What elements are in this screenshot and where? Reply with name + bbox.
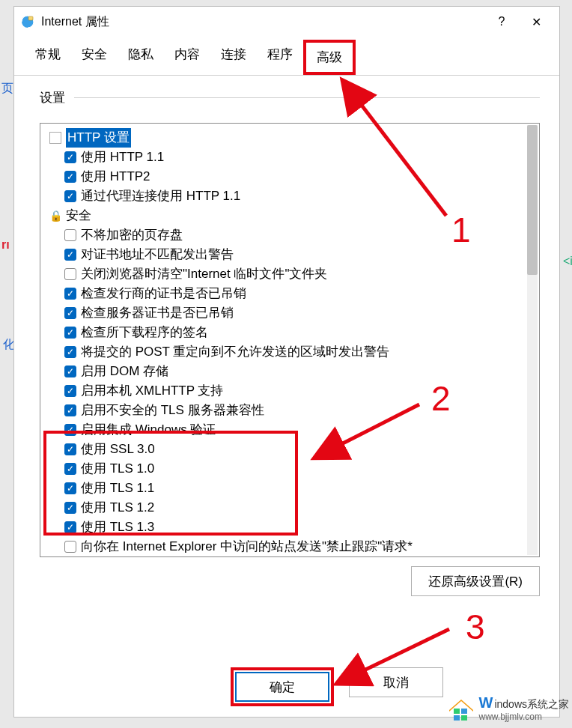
lock-icon: 🔒 [49, 210, 61, 222]
tab-security[interactable]: 安全 [71, 40, 118, 75]
tree-item[interactable]: 检查服务器证书是否已吊销 [43, 303, 521, 323]
tree-item-label: 使用 HTTP2 [81, 167, 150, 186]
cancel-label: 取消 [383, 674, 409, 691]
tab-connections[interactable]: 连接 [210, 40, 257, 75]
checkbox[interactable] [64, 327, 76, 339]
tree-item-label: 使用 TLS 1.2 [81, 498, 154, 518]
tree-item[interactable]: 使用 TLS 1.1 [43, 479, 521, 498]
tree-item[interactable]: 使用 TLS 1.2 [43, 498, 521, 518]
watermark: Windows系统之家 www.bjjmlv.com [446, 694, 569, 722]
tree-item[interactable]: 检查所下载程序的签名 [43, 323, 521, 342]
tree-item-label: 向你在 Internet Explorer 中访问的站点发送"禁止跟踪"请求* [81, 537, 413, 556]
svg-rect-1 [28, 16, 33, 20]
checkbox[interactable] [64, 229, 76, 241]
cancel-button[interactable]: 取消 [349, 667, 443, 697]
annotation-highlight-3: 确定 [231, 667, 334, 706]
checkbox[interactable] [64, 346, 76, 358]
watermark-cn: 系统之家 [527, 698, 569, 710]
tab-programs[interactable]: 程序 [257, 40, 303, 75]
tree-item[interactable]: 使用 TLS 1.3 [43, 518, 521, 537]
checkbox[interactable] [64, 365, 76, 377]
tree-group[interactable]: HTTP 设置 [43, 128, 521, 148]
tree-group[interactable]: 🔒安全 [43, 206, 521, 225]
scrollbar[interactable] [527, 125, 538, 555]
settings-section-label: 设置 [40, 89, 540, 106]
tree-item-label: 检查所下载程序的签名 [81, 323, 208, 342]
checkbox[interactable] [64, 171, 76, 183]
tree-item-label: 启用集成 Windows 验证 [81, 420, 216, 440]
tree-item[interactable]: 通过代理连接使用 HTTP 1.1 [43, 186, 521, 206]
tab-general[interactable]: 常规 [25, 40, 71, 75]
restore-defaults-button[interactable]: 还原高级设置(R) [411, 566, 540, 596]
checkbox[interactable] [64, 151, 76, 163]
tree-item-label: 启用 DOM 存储 [81, 362, 168, 381]
checkbox[interactable] [64, 249, 76, 261]
checkbox[interactable] [64, 463, 76, 475]
watermark-url: www.bjjmlv.com [479, 712, 569, 722]
tree-item-label: 通过代理连接使用 HTTP 1.1 [81, 186, 240, 206]
tree-item[interactable]: 使用 TLS 1.0 [43, 459, 521, 479]
tree-item-label: 检查服务器证书是否已吊销 [81, 303, 234, 323]
bg-text: <i [563, 255, 572, 268]
help-button[interactable]: ? [484, 10, 519, 34]
tree-item-label: 启用不安全的 TLS 服务器兼容性 [81, 401, 264, 420]
tree-item[interactable]: 使用 HTTP 1.1 [43, 148, 521, 167]
checkbox[interactable] [64, 404, 76, 416]
titlebar: Internet 属性 ? ✕ [14, 7, 559, 37]
checkbox[interactable] [64, 268, 76, 280]
tree-item[interactable]: 不将加密的页存盘 [43, 225, 521, 245]
tree-item[interactable]: 关闭浏览器时清空"Internet 临时文件"文件夹 [43, 264, 521, 284]
watermark-logo-icon [446, 695, 476, 722]
tree-item-label: 使用 TLS 1.3 [81, 518, 154, 537]
tab-content[interactable]: 内容 [164, 40, 210, 75]
tree-item[interactable]: 启用集成 Windows 验证 [43, 420, 521, 440]
tree-group-label: HTTP 设置 [66, 128, 131, 148]
checkbox[interactable] [64, 288, 76, 300]
annotation-number-3: 3 [466, 607, 485, 647]
checkbox[interactable] [64, 307, 76, 319]
tree-group-label: 安全 [66, 206, 91, 225]
ok-label: 确定 [270, 679, 295, 696]
checkbox[interactable] [64, 541, 76, 553]
tree-item-label: 使用 TLS 1.0 [81, 459, 154, 479]
checkbox[interactable] [64, 424, 76, 436]
tree-item-label: 使用 TLS 1.1 [81, 479, 154, 498]
bg-text: 页 [1, 81, 13, 97]
checkbox[interactable] [64, 385, 76, 397]
tree-item[interactable]: 使用 HTTP2 [43, 167, 521, 186]
watermark-rest: indows [494, 698, 527, 710]
checkbox[interactable] [64, 443, 76, 455]
tree-item-label: 不将加密的页存盘 [81, 225, 183, 245]
close-button[interactable]: ✕ [519, 10, 553, 34]
checkbox[interactable] [64, 502, 76, 514]
tree-item-label: 将提交的 POST 重定向到不允许发送的区域时发出警告 [81, 342, 389, 362]
tab-content-area: 设置 HTTP 设置使用 HTTP 1.1使用 HTTP2通过代理连接使用 HT… [14, 76, 559, 666]
page-icon [49, 132, 61, 144]
tree-item[interactable]: 检查发行商的证书是否已吊销 [43, 284, 521, 303]
tree-item-label: 使用 HTTP 1.1 [81, 148, 164, 167]
tab-strip: 常规 安全 隐私 内容 连接 程序 高级 [14, 37, 559, 76]
watermark-text: Windows系统之家 www.bjjmlv.com [479, 694, 569, 722]
tree-item-label: 启用本机 XMLHTTP 支持 [81, 381, 223, 401]
annotation-number-1: 1 [451, 210, 471, 250]
tree-item-label: 检查发行商的证书是否已吊销 [81, 284, 246, 303]
settings-listbox[interactable]: HTTP 设置使用 HTTP 1.1使用 HTTP2通过代理连接使用 HTTP … [40, 123, 540, 557]
window-title: Internet 属性 [41, 14, 484, 30]
ok-button[interactable]: 确定 [235, 672, 329, 702]
tab-privacy[interactable]: 隐私 [118, 40, 164, 75]
bg-text: rı [1, 238, 10, 252]
tree-item[interactable]: 使用 SSL 3.0 [43, 440, 521, 459]
tree-item[interactable]: 对证书地址不匹配发出警告 [43, 245, 521, 264]
tab-advanced[interactable]: 高级 [303, 40, 356, 75]
svg-rect-8 [461, 715, 467, 721]
checkbox[interactable] [64, 521, 76, 533]
checkbox[interactable] [64, 482, 76, 494]
svg-rect-6 [461, 709, 467, 714]
annotation-number-2: 2 [431, 378, 451, 419]
restore-defaults-label: 还原高级设置(R) [428, 573, 523, 590]
internet-options-icon [20, 14, 35, 29]
tree-item[interactable]: 将提交的 POST 重定向到不允许发送的区域时发出警告 [43, 342, 521, 362]
scrollbar-thumb[interactable] [527, 125, 538, 275]
tree-item[interactable]: 向你在 Internet Explorer 中访问的站点发送"禁止跟踪"请求* [43, 537, 521, 556]
checkbox[interactable] [64, 190, 76, 202]
